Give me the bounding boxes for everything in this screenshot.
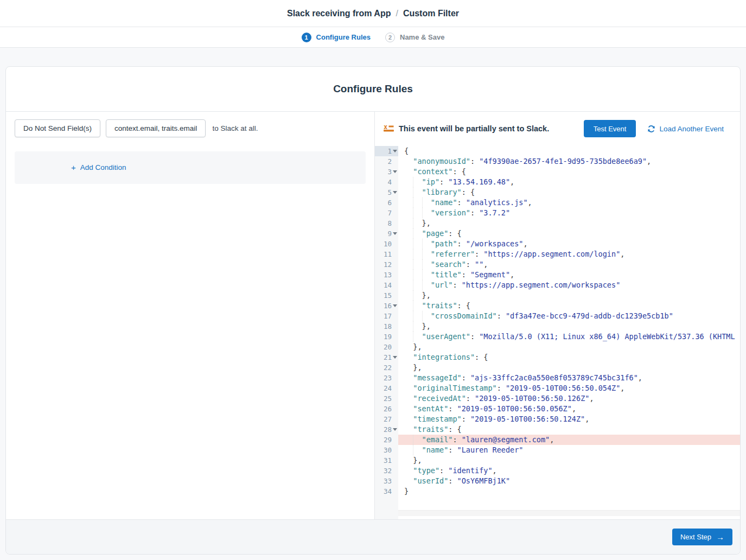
line-number: 34 [375, 486, 398, 497]
editor-line[interactable]: 20}, [375, 342, 740, 352]
editor-line[interactable]: 26"sentAt": "2019-05-10T00:56:50.056Z", [375, 404, 740, 414]
line-number: 27 [375, 414, 398, 424]
editor-line[interactable]: 10"path": "/workspaces", [375, 239, 740, 249]
json-editor[interactable]: 1{2"anonymousId": "4f9390ae-2657-4fe1-9d… [375, 146, 740, 519]
editor-line[interactable]: 30"name": "Lauren Reeder" [375, 445, 740, 455]
editor-line[interactable]: 4"ip": "13.54.169.48", [375, 177, 740, 187]
card-body: Do Not Send Field(s) context.email, trai… [6, 112, 740, 519]
line-number: 1 [375, 146, 398, 156]
fold-arrow-icon[interactable] [393, 170, 397, 173]
code-text: "context": { [398, 167, 740, 177]
code-text: "integrations": { [398, 352, 740, 362]
editor-line[interactable]: 3"context": { [375, 167, 740, 177]
top-bar: Slack receiving from App / Custom Filter [0, 0, 746, 27]
code-text: "type": "identify", [398, 466, 740, 476]
code-text: "originalTimestamp": "2019-05-10T00:56:5… [398, 383, 740, 393]
code-text: "userAgent": "Mozilla/5.0 (X11; Linux x8… [398, 332, 740, 342]
editor-line[interactable]: 25"receivedAt": "2019-05-10T00:56:50.126… [375, 393, 740, 404]
code-text: "messageId": "ajs-33ffc2ac0a550e8f053789… [398, 373, 740, 383]
fold-arrow-icon[interactable] [393, 191, 397, 194]
code-text: "name": "analytics.js", [398, 198, 740, 208]
code-text: "receivedAt": "2019-05-10T00:56:50.126Z"… [398, 393, 740, 404]
editor-line[interactable]: 18}, [375, 321, 740, 332]
editor-line[interactable]: 33"userId": "OsY6MFBj1K" [375, 476, 740, 486]
editor-line[interactable]: 17"crossDomainId": "df3a47ee-bcc9-479d-a… [375, 311, 740, 321]
fold-arrow-icon[interactable] [393, 232, 397, 235]
breadcrumb-parent-link[interactable]: Slack receiving from App [287, 9, 391, 18]
horizontal-scrollbar[interactable] [398, 510, 740, 516]
code-text: }, [398, 290, 740, 301]
line-number: 18 [375, 321, 398, 332]
code-text: "name": "Lauren Reeder" [398, 445, 740, 455]
fold-arrow-icon[interactable] [393, 150, 397, 152]
line-number: 31 [375, 455, 398, 466]
line-number: 7 [375, 208, 398, 218]
step-label: Name & Save [400, 33, 444, 41]
rule-action-dropdown[interactable]: Do Not Send Field(s) [15, 119, 100, 137]
breadcrumb-separator: / [396, 9, 398, 18]
editor-line[interactable]: 16"traits": { [375, 301, 740, 311]
editor-line[interactable]: 14"url": "https://app.segment.com/worksp… [375, 280, 740, 290]
test-event-button[interactable]: Test Event [584, 120, 636, 137]
rule-suffix-text: to Slack at all. [212, 124, 258, 132]
editor-line[interactable]: 12"search": "", [375, 259, 740, 270]
rule-builder-panel: Do Not Send Field(s) context.email, trai… [6, 112, 375, 519]
editor-line[interactable]: 31}, [375, 455, 740, 466]
line-number: 28 [375, 424, 398, 435]
editor-line[interactable]: 21"integrations": { [375, 352, 740, 362]
editor-line[interactable]: 23"messageId": "ajs-33ffc2ac0a550e8f0537… [375, 373, 740, 383]
editor-line[interactable]: 15}, [375, 290, 740, 301]
code-text: }, [398, 218, 740, 228]
editor-line[interactable]: 11"referrer": "https://app.segment.com/l… [375, 249, 740, 259]
page-title: Configure Rules [333, 83, 413, 95]
line-number: 11 [375, 249, 398, 259]
next-step-button[interactable]: Next Step → [672, 529, 732, 545]
add-condition-container: + Add Condition [15, 151, 366, 184]
line-number: 15 [375, 290, 398, 301]
code-text: }, [398, 455, 740, 466]
code-text: "traits": { [398, 301, 740, 311]
editor-line[interactable]: 7"version": "3.7.2" [375, 208, 740, 218]
editor-line[interactable]: 19"userAgent": "Mozilla/5.0 (X11; Linux … [375, 332, 740, 342]
editor-line[interactable]: 9"page": { [375, 228, 740, 239]
rule-fields-dropdown[interactable]: context.email, traits.email [106, 119, 206, 137]
editor-line[interactable]: 2"anonymousId": "4f9390ae-2657-4fe1-9d95… [375, 156, 740, 167]
code-text: "url": "https://app.segment.com/workspac… [398, 280, 740, 290]
code-text: "referrer": "https://app.segment.com/log… [398, 249, 740, 259]
breadcrumb-current: Custom Filter [403, 9, 459, 18]
fold-arrow-icon[interactable] [393, 428, 397, 431]
line-number: 6 [375, 198, 398, 208]
line-number: 17 [375, 311, 398, 321]
editor-line[interactable]: 8}, [375, 218, 740, 228]
fold-arrow-icon[interactable] [393, 356, 397, 359]
step-configure-rules[interactable]: 1 Configure Rules [302, 33, 371, 42]
editor-line[interactable]: 6"name": "analytics.js", [375, 198, 740, 208]
editor-line[interactable]: 27"timestamp": "2019-05-10T00:56:50.124Z… [375, 414, 740, 424]
code-text: "sentAt": "2019-05-10T00:56:50.056Z", [398, 404, 740, 414]
editor-line[interactable]: 1{ [375, 146, 740, 156]
line-number: 29 [375, 435, 398, 445]
svg-text:x: x [384, 124, 387, 131]
editor-line[interactable]: 28"traits": { [375, 424, 740, 435]
editor-line[interactable]: 13"title": "Segment", [375, 270, 740, 280]
line-number: 25 [375, 393, 398, 404]
line-number: 24 [375, 383, 398, 393]
editor-line[interactable]: 5"library": { [375, 187, 740, 198]
code-text: }, [398, 342, 740, 352]
breadcrumb: Slack receiving from App / Custom Filter [287, 9, 459, 18]
editor-line[interactable]: 29"email": "lauren@segment.com", [375, 435, 740, 445]
fold-arrow-icon[interactable] [393, 304, 397, 307]
step-name-and-save[interactable]: 2 Name & Save [385, 33, 444, 42]
editor-line[interactable]: 34} [375, 486, 740, 497]
load-another-event-link[interactable]: Load Another Event [647, 125, 724, 133]
event-header: x This event will be partially sent to S… [375, 112, 740, 146]
line-number: 26 [375, 404, 398, 414]
editor-line[interactable]: 22}, [375, 362, 740, 373]
plus-icon: + [71, 163, 76, 172]
line-number: 13 [375, 270, 398, 280]
configure-rules-card: Configure Rules Do Not Send Field(s) con… [5, 66, 741, 555]
code-text: "path": "/workspaces", [398, 239, 740, 249]
editor-line[interactable]: 32"type": "identify", [375, 466, 740, 476]
editor-line[interactable]: 24"originalTimestamp": "2019-05-10T00:56… [375, 383, 740, 393]
add-condition-button[interactable]: + Add Condition [71, 163, 126, 172]
